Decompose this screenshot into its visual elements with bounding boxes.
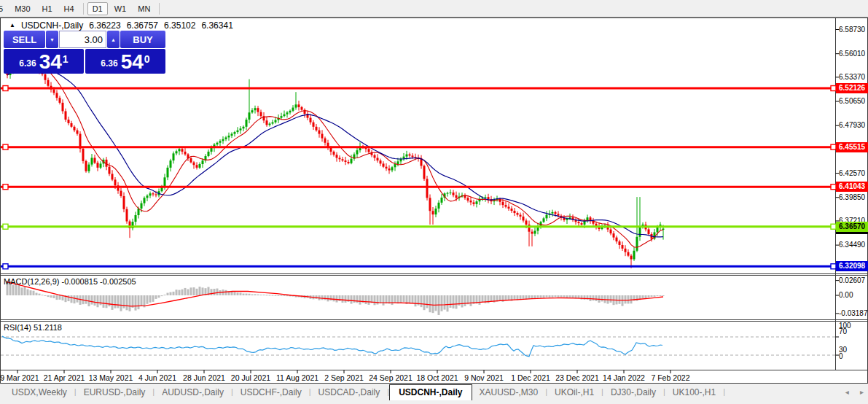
level-line-handle[interactable] — [3, 144, 8, 149]
one-click-trading-panel: SELL ▼ ▲ BUY 6.36 34 1 6.36 54 0 — [4, 31, 165, 74]
price-axis-label: 6.58730 — [839, 26, 865, 34]
sell-price-box[interactable]: 6.36 34 1 — [4, 49, 84, 74]
rsi-name: RSI(14) — [4, 323, 31, 332]
rsi-line — [2, 336, 662, 357]
level-line-handle[interactable] — [3, 224, 8, 229]
trade-prices-row: 6.36 34 1 6.36 54 0 — [4, 49, 165, 74]
date-axis-label: 7 Feb 2022 — [643, 373, 698, 382]
macd-axis-label: 0.00 — [839, 291, 853, 299]
sell-button[interactable]: SELL — [4, 31, 45, 48]
price-axis-label: 6.50650 — [839, 97, 865, 105]
macd-axis-label: 0.02607 — [839, 276, 865, 284]
ohlc-low: 6.35102 — [164, 20, 195, 31]
tab-scroll-arrows: ◂ ▸ — [837, 388, 864, 396]
buy-price-big: 54 — [121, 52, 144, 72]
collapse-triangle-icon[interactable]: ▲ — [9, 22, 15, 28]
level-line-handle[interactable] — [831, 224, 836, 229]
level-line-handle[interactable] — [3, 264, 8, 269]
price-axis-label: 6.34490 — [839, 241, 865, 249]
ohlc-open: 6.36223 — [89, 20, 120, 31]
ma-fast-line — [7, 64, 663, 247]
price-badge: 6.52126 — [836, 83, 868, 93]
price-badge: 6.45515 — [836, 142, 868, 152]
timeframe-toolbar: 5M30H1H4D1W1MN — [0, 0, 868, 18]
price-axis-label: 6.42570 — [839, 169, 865, 177]
macd-axis-label: -0.031872 — [839, 309, 868, 317]
price-axis-label: 6.53370 — [839, 73, 865, 81]
timeframe-button-m30[interactable]: M30 — [9, 2, 35, 15]
rsi-value: 51.2118 — [34, 323, 62, 332]
tab-scroll-right-icon[interactable]: ▸ — [860, 388, 864, 396]
timeframe-button-w1[interactable]: W1 — [109, 2, 132, 15]
volume-decrease-button[interactable]: ▼ — [46, 31, 58, 48]
rsi-axis-label: 70 — [839, 327, 847, 335]
chart-tab-ukoil[interactable]: UKOil-,H1 — [547, 384, 601, 400]
level-line-handle[interactable] — [831, 184, 836, 190]
buy-button[interactable]: BUY — [120, 31, 165, 48]
ohlc-high: 6.36757 — [127, 20, 158, 31]
macd-values: -0.000815 -0.002505 — [61, 277, 136, 286]
chart-tab-uk100[interactable]: UK100-,H1 — [665, 384, 723, 400]
price-badge: 6.41043 — [836, 182, 868, 192]
chart-tab-dj30[interactable]: DJ30-,Daily — [603, 384, 663, 400]
timeframe-button-mn[interactable]: MN — [133, 2, 155, 15]
buy-price-sup: 0 — [144, 53, 150, 65]
buy-price-prefix: 6.36 — [101, 58, 117, 69]
level-line-handle[interactable] — [3, 184, 8, 190]
level-line-handle[interactable] — [831, 264, 836, 269]
chart-tab-audusd[interactable]: AUDUSD-,Daily — [155, 384, 231, 400]
chart-title: ▲ USDCNH-,Daily 6.36223 6.36757 6.35102 … — [9, 20, 233, 31]
toolbar-separator — [83, 3, 84, 15]
timeframe-button-d1[interactable]: D1 — [87, 2, 108, 15]
chart-tab-usdchf[interactable]: USDCHF-,Daily — [233, 384, 309, 400]
chart-tab-usdx[interactable]: USDX,Weekly — [4, 384, 74, 400]
mt4-terminal: 5M30H1H4D1W1MN ▲ USDCNH-,Daily 6.36223 6… — [0, 0, 868, 404]
macd-name: MACD(12,26,9) — [4, 277, 59, 286]
price-badge: 6.36570 — [836, 222, 868, 232]
buy-price-box[interactable]: 6.36 54 0 — [85, 49, 165, 74]
sell-price-prefix: 6.36 — [19, 58, 36, 69]
price-axis-label: 6.47930 — [839, 121, 865, 129]
price-axis-label: 6.39850 — [839, 193, 865, 201]
sell-price-sup: 1 — [63, 53, 69, 65]
level-line-handle[interactable] — [831, 86, 836, 91]
sell-price-big: 34 — [39, 52, 62, 72]
macd-histogram — [6, 281, 665, 315]
timeframe-button-h1[interactable]: H1 — [37, 2, 58, 15]
macd-indicator-label: MACD(12,26,9) -0.000815 -0.002505 — [4, 277, 136, 286]
price-axis-label: 6.56010 — [839, 50, 865, 58]
rsi-indicator-label: RSI(14) 51.2118 — [4, 323, 62, 332]
timeframe-button-5[interactable]: 5 — [0, 2, 8, 15]
chart-tab-eurusd[interactable]: EURUSD-,Daily — [77, 384, 153, 400]
ohlc-close: 6.36341 — [201, 20, 232, 31]
chart-tab-bar: USDX,Weekly|EURUSD-,Daily|AUDUSD-,Daily|… — [0, 384, 868, 401]
volume-increase-button[interactable]: ▲ — [107, 31, 120, 48]
timeframe-button-h4[interactable]: H4 — [59, 2, 79, 15]
ma-slow-line — [7, 66, 663, 237]
chart-tab-usdcnh[interactable]: USDCNH-,Daily — [389, 384, 472, 400]
chart-symbol-label: USDCNH-,Daily — [21, 20, 83, 31]
level-line-handle[interactable] — [3, 86, 8, 91]
rsi-axis-label: 0 — [839, 352, 843, 360]
status-strip — [0, 400, 868, 404]
price-badge: 6.32098 — [836, 261, 868, 271]
trade-controls-row: SELL ▼ ▲ BUY — [4, 31, 165, 48]
chart-tab-xauusd[interactable]: XAUUSD-,M30 — [472, 384, 546, 400]
tab-scroll-left-icon[interactable]: ◂ — [845, 388, 849, 396]
tab-separator: | — [723, 384, 725, 400]
volume-input[interactable] — [59, 31, 106, 48]
candlestick-series — [7, 55, 665, 268]
chart-tab-usdcad[interactable]: USDCAD-,Daily — [311, 384, 388, 400]
toolbar-separator — [159, 3, 160, 15]
rsi-series — [2, 336, 662, 357]
level-line-handle[interactable] — [831, 144, 836, 149]
